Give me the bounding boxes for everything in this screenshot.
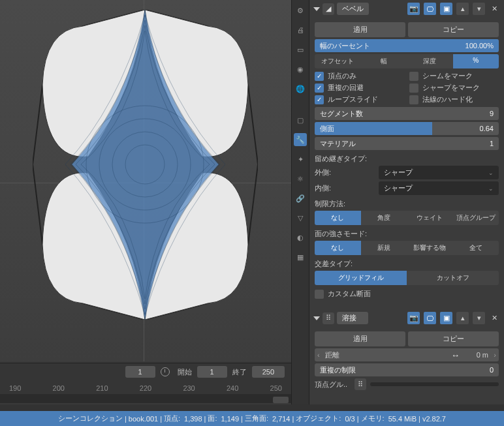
close-icon[interactable]: ✕ [488,3,500,15]
mark-seam-checkbox[interactable] [409,72,418,81]
objects-value: 0/3 [343,415,356,423]
inner-miter-label: 内側: [315,183,375,193]
tab-render-icon[interactable]: ⚙ [294,4,307,17]
tab-particles-icon[interactable]: ✦ [294,153,307,166]
tick: 220 [140,384,151,392]
offset-tab[interactable]: オフセット [315,54,361,68]
vgroup-icon[interactable]: ⠿ [354,378,366,390]
depth-tab[interactable]: 深度 [407,54,453,68]
mark-sharp-label: シャープをマーク [422,83,480,93]
vgroup-dropdown[interactable] [370,382,499,386]
intersect-cutoff-tab[interactable]: カットオフ [407,271,499,285]
clamp-overlap-checkbox[interactable] [315,84,324,93]
verts-label: 頂点: [162,414,182,423]
move-up-button[interactable]: ▴ [456,3,469,15]
current-frame-field[interactable]: 1 [125,366,155,378]
viewport-toggle-icon[interactable]: 🖵 [424,3,436,15]
width-percent-slider[interactable]: 幅のパーセント 100.00% [315,39,499,52]
intersect-type-label: 交差タイプ: [315,259,499,269]
weld-modifier-header[interactable]: ⠿ 溶接 📷 🖵 ▣ ▴ ▾ ✕ [309,309,504,327]
mark-sharp-checkbox[interactable] [409,84,418,93]
timeline-track[interactable] [0,394,291,403]
limit-none-tab[interactable]: なし [315,211,361,225]
editmode-toggle-icon[interactable]: ▣ [440,312,452,324]
tab-objectdata-icon[interactable]: ▽ [294,211,307,224]
tris-value: 2,714 [270,415,292,423]
start-frame-field[interactable]: 1 [197,366,227,378]
tick: 240 [227,384,238,392]
material-value: 1 [490,140,494,147]
custom-profile-checkbox[interactable] [315,290,324,299]
modifier-name-field[interactable]: 溶接 [337,312,368,324]
limit-angle-tab[interactable]: 角度 [361,211,407,225]
profile-label: 側面 [320,124,334,134]
loop-slide-checkbox[interactable] [315,95,324,104]
vgroup-label: 頂点グル.. [315,380,351,389]
percent-tab[interactable]: % [453,54,499,68]
outer-miter-dropdown[interactable]: シャープ⌄ [379,166,499,179]
collapse-icon[interactable] [313,7,320,11]
render-toggle-icon[interactable]: 📷 [407,312,420,324]
properties-tabs: ⚙ 🖨 ▭ ◉ 🌐 ▢ 🔧 ✦ ⚛ 🔗 ▽ ◐ ▦ [291,0,309,404]
tab-physics-icon[interactable]: ⚛ [294,172,307,185]
profile-slider[interactable]: 側面 0.64 [315,122,499,135]
memory-value: 55.4 MiB [386,415,418,423]
tab-viewlayer-icon[interactable]: ▭ [294,43,307,56]
width-tab[interactable]: 幅 [361,54,407,68]
end-frame-field[interactable]: 250 [252,366,285,378]
bevel-modifier-header[interactable]: ◢ ベベル 📷 🖵 ▣ ▴ ▾ ✕ [309,0,504,18]
tab-output-icon[interactable]: 🖨 [294,23,307,37]
tick: 200 [53,384,65,392]
apply-button[interactable]: 適用 [315,331,405,346]
miter-type-label: 留め継ぎタイプ: [315,154,499,164]
harden-normals-checkbox[interactable] [409,95,418,104]
tab-modifier-icon[interactable]: 🔧 [294,133,307,146]
close-icon[interactable]: ✕ [488,312,500,324]
timeline: 1 開始 1 終了 250 190 200 210 220 230 240 25… [0,363,291,403]
clock-icon[interactable] [161,367,170,376]
move-down-button[interactable]: ▾ [473,3,485,15]
chevron-down-icon: ⌄ [488,170,494,176]
harden-normals-label: 法線のハード化 [422,95,473,104]
tab-texture-icon[interactable]: ▦ [294,251,307,264]
segments-slider[interactable]: セグメント数 9 [315,107,499,120]
version: v2.82.7 [420,415,448,423]
limit-weight-tab[interactable]: ウェイト [407,211,453,225]
apply-button[interactable]: 適用 [315,22,405,37]
tab-scene-icon[interactable]: ◉ [294,63,307,76]
strength-affected-tab[interactable]: 影響する物 [407,241,453,255]
modifier-name-field[interactable]: ベベル [337,3,369,15]
inner-miter-dropdown[interactable]: シャープ⌄ [379,181,499,195]
material-slider[interactable]: マテリアル 1 [315,137,499,150]
limit-method-label: 制限方法: [315,199,499,209]
strength-none-tab[interactable]: なし [315,241,361,255]
viewport-3d[interactable] [0,0,291,361]
tab-constraints-icon[interactable]: 🔗 [294,192,307,205]
dup-limit-value: 0 [490,366,494,374]
limit-vgroup-tab[interactable]: 頂点グループ [453,211,499,225]
tab-object-icon[interactable]: ▢ [294,114,307,127]
tab-material-icon[interactable]: ◐ [294,231,307,244]
resize-cursor-icon: ↔ [451,350,460,360]
tab-world-icon[interactable]: 🌐 [294,82,307,95]
collapse-icon[interactable] [313,316,320,320]
strength-all-tab[interactable]: 全て [453,241,499,255]
timeline-scroll-handle[interactable] [273,397,289,403]
faces-label: 面: [206,414,219,423]
move-up-button[interactable]: ▴ [456,312,469,324]
copy-button[interactable]: コピー [408,331,499,346]
vertices-only-checkbox[interactable] [315,72,324,81]
intersect-grid-tab[interactable]: グリッドフィル [315,271,407,285]
viewport-toggle-icon[interactable]: 🖵 [424,312,436,324]
clamp-overlap-label: 重複の回避 [328,83,364,93]
chevron-down-icon: ⌄ [488,185,494,192]
editmode-toggle-icon[interactable]: ▣ [440,3,452,15]
mesh-object[interactable] [33,10,258,320]
segments-value: 9 [490,110,494,117]
render-toggle-icon[interactable]: 📷 [407,3,420,15]
dup-limit-slider[interactable]: 重複の制限 0 [315,363,499,376]
move-down-button[interactable]: ▾ [473,312,485,324]
copy-button[interactable]: コピー [408,22,499,37]
distance-slider[interactable]: 距離 ↔ 0 m [315,348,499,361]
strength-new-tab[interactable]: 新規 [361,241,407,255]
